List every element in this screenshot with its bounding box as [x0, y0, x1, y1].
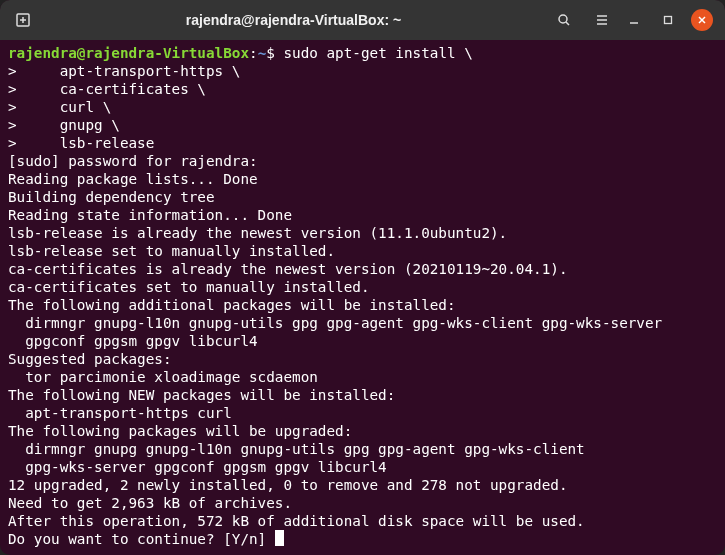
maximize-icon: [663, 15, 673, 25]
out-18: 12 upgraded, 2 newly installed, 0 to rem…: [8, 477, 567, 493]
close-icon: [697, 15, 707, 25]
out-2: Building dependency tree: [8, 189, 215, 205]
close-button[interactable]: [691, 9, 713, 31]
cursor: [275, 530, 284, 546]
svg-line-4: [566, 22, 569, 25]
cmd-line-5: > lsb-release: [8, 135, 154, 151]
maximize-button[interactable]: [657, 9, 679, 31]
prompt-path: ~: [258, 45, 267, 61]
minimize-icon: [629, 15, 639, 25]
new-tab-icon: [15, 12, 31, 28]
out-0: [sudo] password for rajendra:: [8, 153, 258, 169]
prompt-dollar: $: [266, 45, 283, 61]
terminal-window: rajendra@rajendra-VirtualBox: ~: [0, 0, 725, 555]
prompt-colon: :: [249, 45, 258, 61]
cmd-line-4: > gnupg \: [8, 117, 120, 133]
svg-rect-9: [665, 17, 672, 24]
search-button[interactable]: [547, 5, 581, 35]
terminal-content[interactable]: rajendra@rajendra-VirtualBox:~$ sudo apt…: [0, 40, 725, 555]
out-4: lsb-release is already the newest versio…: [8, 225, 507, 241]
titlebar: rajendra@rajendra-VirtualBox: ~: [0, 0, 725, 40]
out-8: The following additional packages will b…: [8, 297, 456, 313]
out-13: The following NEW packages will be insta…: [8, 387, 395, 403]
out-7: ca-certificates set to manually installe…: [8, 279, 370, 295]
cmd-line-0: sudo apt-get install \: [283, 45, 472, 61]
out-17: gpg-wks-server gpgconf gpgsm gpgv libcur…: [8, 459, 387, 475]
search-icon: [556, 12, 572, 28]
svg-point-3: [559, 15, 567, 23]
out-6: ca-certificates is already the newest ve…: [8, 261, 567, 277]
out-10: gpgconf gpgsm gpgv libcurl4: [8, 333, 258, 349]
out-15: The following packages will be upgraded:: [8, 423, 352, 439]
out-12: tor parcimonie xloadimage scdaemon: [8, 369, 318, 385]
window-controls: [623, 9, 719, 31]
out-19: Need to get 2,963 kB of archives.: [8, 495, 292, 511]
out-14: apt-transport-https curl: [8, 405, 232, 421]
out-5: lsb-release set to manually installed.: [8, 243, 335, 259]
out-20: After this operation, 572 kB of addition…: [8, 513, 585, 529]
out-9: dirmngr gnupg-l10n gnupg-utils gpg gpg-a…: [8, 315, 662, 331]
out-3: Reading state information... Done: [8, 207, 292, 223]
out-11: Suggested packages:: [8, 351, 172, 367]
out-16: dirmngr gnupg gnupg-l10n gnupg-utils gpg…: [8, 441, 585, 457]
cmd-line-2: > ca-certificates \: [8, 81, 206, 97]
out-1: Reading package lists... Done: [8, 171, 258, 187]
window-title: rajendra@rajendra-VirtualBox: ~: [44, 12, 543, 28]
cmd-line-1: > apt-transport-https \: [8, 63, 240, 79]
prompt-user-host: rajendra@rajendra-VirtualBox: [8, 45, 249, 61]
hamburger-icon: [594, 12, 610, 28]
cmd-line-3: > curl \: [8, 99, 111, 115]
menu-button[interactable]: [585, 5, 619, 35]
minimize-button[interactable]: [623, 9, 645, 31]
new-tab-button[interactable]: [6, 5, 40, 35]
out-21: Do you want to continue? [Y/n]: [8, 531, 275, 547]
